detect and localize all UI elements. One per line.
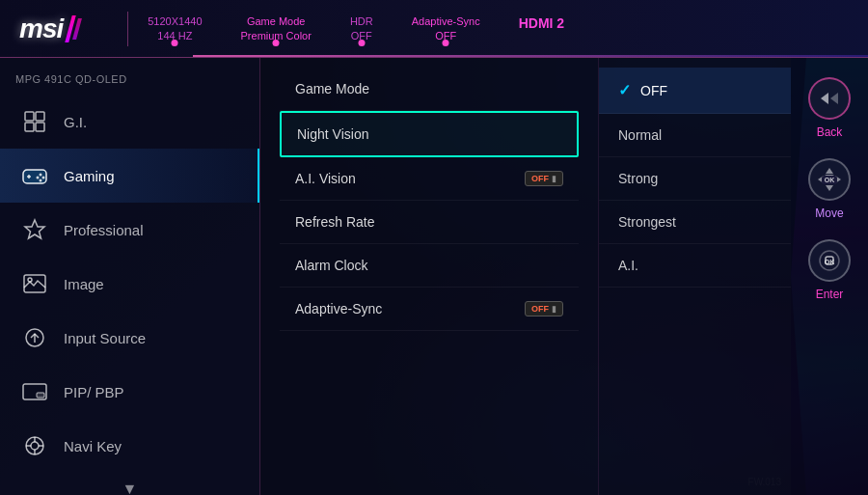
sidebar-item-label-pip-pbp: PIP/ PBP (64, 384, 124, 400)
option-label-strongest: Strongest (618, 214, 676, 230)
main-content: MPG 491C QD-OLED G.I. (0, 58, 868, 495)
svg-text:OK: OK (825, 259, 835, 265)
sidebar: MPG 491C QD-OLED G.I. (0, 58, 260, 495)
option-item-off[interactable]: ✓ OFF (599, 68, 791, 114)
menu-item-adaptive-sync[interactable]: Adaptive-Sync OFF ▮ (280, 288, 579, 331)
svg-point-13 (28, 278, 32, 282)
header-info: 5120X1440 144 HZ Game Mode Premium Color… (148, 14, 849, 42)
move-label: Move (815, 206, 843, 220)
controls-panel: Back OK Move (791, 58, 868, 495)
svg-rect-0 (25, 112, 34, 121)
navi-key-icon (19, 430, 50, 461)
sidebar-item-label-navi-key: Navi Key (64, 438, 122, 454)
sidebar-item-label-input-source: Input Source (64, 330, 146, 346)
options-panel: ✓ OFF Normal Strong Strongest A.I. (598, 58, 791, 495)
adaptive-sync-badge: OFF ▮ (525, 301, 563, 316)
menu-item-refresh-rate[interactable]: Refresh Rate (280, 201, 579, 244)
logo-area: msi (19, 14, 79, 44)
gi-icon (19, 106, 50, 137)
header-dot-4 (443, 40, 449, 46)
ai-vision-badge: OFF ▮ (525, 171, 563, 186)
svg-point-8 (42, 177, 45, 179)
back-icon (821, 93, 838, 104)
back-button[interactable]: Back (808, 77, 851, 139)
option-item-strong[interactable]: Strong (599, 157, 791, 201)
header-hdr: HDR OFF (350, 14, 373, 42)
option-item-strongest[interactable]: Strongest (599, 201, 791, 244)
menu-list: Game Mode Night Vision A.I. Vision OFF ▮… (280, 68, 579, 331)
menu-item-label-game-mode: Game Mode (295, 81, 369, 96)
menu-item-label-ai-vision: A.I. Vision (295, 171, 356, 186)
sidebar-item-label-image: Image (64, 276, 104, 292)
msi-logo: msi (19, 14, 63, 44)
header-dot-1 (172, 40, 178, 46)
option-label-ai: A.I. (618, 258, 638, 273)
option-label-off: OFF (640, 83, 667, 98)
sidebar-chevron[interactable]: ▼ (0, 473, 259, 495)
menu-item-label-adaptive-sync: Adaptive-Sync (295, 301, 382, 316)
option-item-normal[interactable]: Normal (599, 114, 791, 157)
header-line (193, 55, 868, 57)
menu-item-ai-vision[interactable]: A.I. Vision OFF ▮ (280, 157, 579, 201)
sidebar-item-navi-key[interactable]: Navi Key (0, 419, 259, 473)
input-source-icon (19, 322, 50, 353)
menu-panel: Game Mode Night Vision A.I. Vision OFF ▮… (260, 58, 598, 495)
option-item-ai[interactable]: A.I. (599, 244, 791, 288)
image-icon (19, 268, 50, 299)
sidebar-item-input-source[interactable]: Input Source (0, 311, 259, 365)
svg-rect-17 (37, 393, 44, 398)
professional-icon (19, 214, 50, 245)
option-label-strong: Strong (618, 171, 658, 186)
header-dot-2 (273, 40, 280, 46)
svg-rect-3 (36, 123, 44, 131)
gaming-icon (19, 160, 50, 191)
header-adaptive-sync: Adaptive-Sync OFF (412, 14, 480, 42)
enter-label: Enter (816, 288, 844, 301)
move-button[interactable]: OK Move (808, 158, 851, 220)
header-bar: msi 5120X1440 144 HZ Game Mode Premium C… (0, 0, 868, 58)
sidebar-item-gi[interactable]: G.I. (0, 95, 259, 149)
menu-item-night-vision[interactable]: Night Vision (280, 111, 579, 157)
logo-slash (68, 15, 79, 42)
enter-button[interactable]: OK Enter (808, 239, 851, 301)
menu-item-label-alarm-clock: Alarm Clock (295, 258, 367, 273)
model-label: MPG 491C QD-OLED (0, 68, 259, 95)
menu-item-game-mode[interactable]: Game Mode (280, 68, 579, 111)
svg-rect-1 (36, 112, 44, 121)
svg-rect-2 (25, 123, 34, 131)
menu-item-alarm-clock[interactable]: Alarm Clock (280, 244, 579, 288)
sidebar-item-label-gi: G.I. (64, 114, 87, 130)
svg-point-10 (40, 179, 42, 182)
option-label-normal: Normal (618, 127, 662, 143)
pip-pbp-icon (19, 376, 50, 407)
sidebar-item-image[interactable]: Image (0, 257, 259, 311)
header-hdmi: HDMI 2 (519, 14, 564, 42)
enter-icon: OK (810, 241, 849, 280)
svg-point-9 (37, 177, 40, 179)
sidebar-item-pip-pbp[interactable]: PIP/ PBP (0, 365, 259, 419)
svg-marker-11 (25, 220, 44, 238)
header-game-mode: Game Mode Premium Color (241, 14, 312, 42)
sidebar-item-label-gaming: Gaming (64, 168, 115, 184)
sidebar-item-gaming[interactable]: Gaming (0, 149, 259, 203)
check-icon: ✓ (618, 81, 631, 99)
sidebar-item-label-professional: Professional (64, 222, 144, 238)
header-resolution: 5120X1440 144 HZ (148, 14, 202, 42)
header-divider (127, 12, 128, 46)
sidebar-item-professional[interactable]: Professional (0, 203, 259, 257)
ok-text: OK (822, 176, 838, 184)
back-label: Back (817, 125, 843, 139)
menu-item-label-night-vision: Night Vision (297, 126, 368, 142)
menu-item-label-refresh-rate: Refresh Rate (295, 214, 374, 230)
svg-point-19 (31, 442, 39, 450)
header-dot-3 (358, 40, 365, 46)
svg-point-7 (40, 174, 42, 177)
